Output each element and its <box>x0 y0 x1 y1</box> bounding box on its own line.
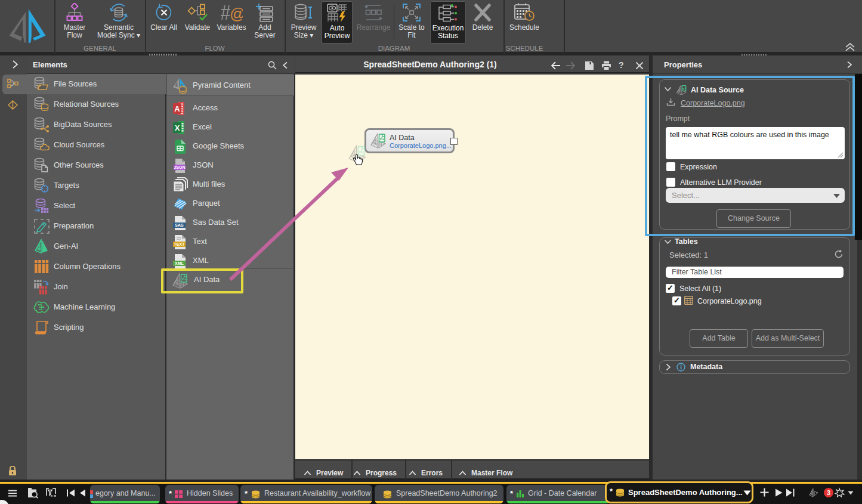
svg-text:X: X <box>175 123 180 132</box>
svg-text:XML: XML <box>175 261 184 265</box>
svg-text:SAS: SAS <box>175 223 184 227</box>
svg-text:JSON: JSON <box>174 165 185 169</box>
svg-text:TEXT: TEXT <box>174 242 186 246</box>
svg-text:A: A <box>174 104 180 113</box>
svg-text:@: @ <box>230 5 243 22</box>
